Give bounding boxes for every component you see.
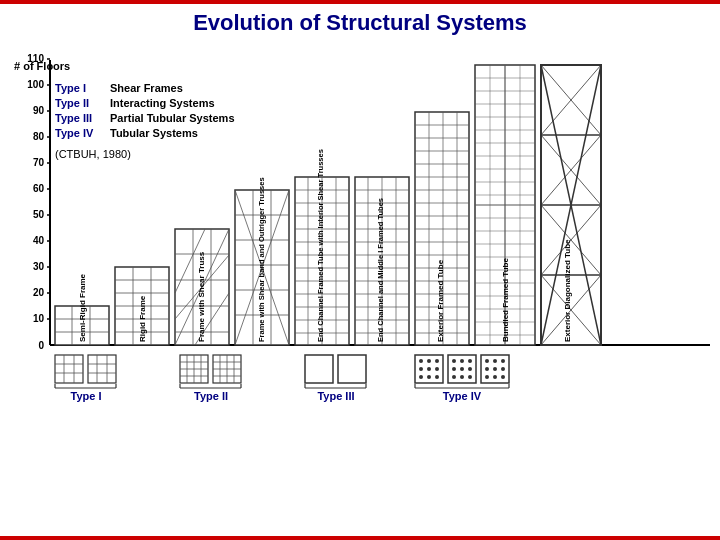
svg-text:20: 20 (33, 287, 45, 298)
svg-point-172 (427, 359, 431, 363)
svg-point-189 (485, 359, 489, 363)
bar-label-1: Semi-Rigid Frame (78, 273, 87, 342)
svg-point-176 (435, 367, 439, 371)
svg-point-185 (468, 367, 472, 371)
svg-point-173 (435, 359, 439, 363)
svg-text:40: 40 (33, 235, 45, 246)
svg-text:80: 80 (33, 131, 45, 142)
svg-point-197 (501, 375, 505, 379)
legend-type-3: Type III (55, 112, 92, 124)
svg-point-193 (493, 367, 497, 371)
page-container: Evolution of Structural Systems # of Flo… (0, 0, 720, 540)
svg-point-174 (419, 367, 423, 371)
main-chart: # of Floors Type I Shear Frames Type II … (0, 40, 720, 490)
svg-point-179 (435, 375, 439, 379)
bar-label-7: Exterior Framed Tube (436, 259, 445, 342)
svg-point-188 (468, 375, 472, 379)
mini-diag-1a (55, 355, 83, 383)
type-label-2: Type II (194, 390, 228, 402)
svg-text:30: 30 (33, 261, 45, 272)
bar-label-3: Frame with Shear Truss (197, 251, 206, 342)
svg-point-177 (419, 375, 423, 379)
svg-point-182 (468, 359, 472, 363)
svg-text:70: 70 (33, 157, 45, 168)
svg-point-175 (427, 367, 431, 371)
svg-point-190 (493, 359, 497, 363)
svg-text:100: 100 (27, 79, 44, 90)
legend-type-1: Type I (55, 82, 86, 94)
type-label-1: Type I (71, 390, 102, 402)
bar-label-4: Frame with Shear band and Outrigger Trus… (257, 177, 266, 342)
svg-point-183 (452, 367, 456, 371)
mini-diag-1b (88, 355, 116, 383)
svg-point-191 (501, 359, 505, 363)
legend-desc-2: Interacting Systems (110, 97, 215, 109)
svg-text:50: 50 (33, 209, 45, 220)
bar-label-2: Rigid Frame (138, 295, 147, 342)
legend-type-2: Type II (55, 97, 89, 109)
svg-point-180 (452, 359, 456, 363)
svg-text:90: 90 (33, 105, 45, 116)
svg-point-194 (501, 367, 505, 371)
legend-desc-4: Tubular Systems (110, 127, 198, 139)
svg-text:0: 0 (38, 340, 44, 351)
type-label-4: Type IV (443, 390, 482, 402)
type-label-3: Type III (317, 390, 354, 402)
bar-label-8: Bundled Framed Tube (501, 258, 510, 342)
svg-point-192 (485, 367, 489, 371)
svg-point-171 (419, 359, 423, 363)
svg-point-196 (493, 375, 497, 379)
svg-point-187 (460, 375, 464, 379)
bar-label-5: End Channel Framed Tube with Interior Sh… (316, 149, 325, 342)
legend-type-4: Type IV (55, 127, 94, 139)
svg-rect-167 (344, 361, 360, 377)
svg-point-186 (452, 375, 456, 379)
legend-desc-3: Partial Tubular Systems (110, 112, 235, 124)
svg-point-178 (427, 375, 431, 379)
legend-desc-1: Shear Frames (110, 82, 183, 94)
page-title: Evolution of Structural Systems (0, 4, 720, 40)
svg-point-181 (460, 359, 464, 363)
citation: (CTBUH, 1980) (55, 148, 131, 160)
bar-label-6: End Channel and Middle I Framed Tubes (376, 198, 385, 342)
svg-rect-166 (311, 361, 327, 377)
bar-label-9: Exterior Diagonalized Tube (563, 239, 572, 342)
svg-point-184 (460, 367, 464, 371)
svg-text:60: 60 (33, 183, 45, 194)
svg-text:10: 10 (33, 313, 45, 324)
svg-text:110: 110 (27, 53, 44, 64)
bottom-border (0, 536, 720, 540)
svg-point-195 (485, 375, 489, 379)
